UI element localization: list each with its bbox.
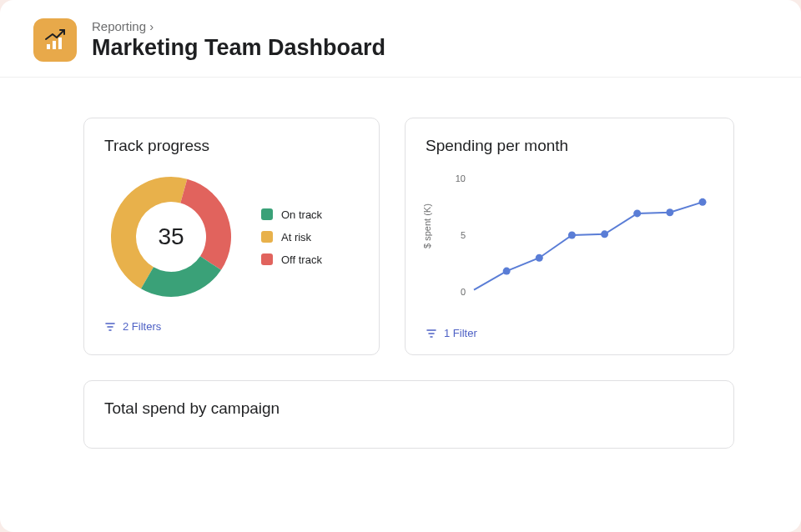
swatch-at-risk <box>261 231 273 243</box>
svg-point-9 <box>699 198 707 206</box>
filter-icon <box>426 328 437 339</box>
svg-point-3 <box>503 268 511 275</box>
legend-label: On track <box>281 208 322 221</box>
svg-point-5 <box>568 232 576 239</box>
filters-label: 2 Filters <box>123 320 161 333</box>
donut-center-value: 35 <box>104 170 238 304</box>
svg-point-6 <box>601 230 608 238</box>
donut-chart: 35 <box>104 170 238 304</box>
legend-item-on-track: On track <box>261 208 322 221</box>
svg-point-7 <box>633 209 641 217</box>
breadcrumb[interactable]: Reporting › <box>92 19 385 33</box>
legend-label: Off track <box>281 253 322 266</box>
card-spending-per-month: Spending per month $ spent (K) 10 5 0 1 … <box>405 118 734 355</box>
card-title: Track progress <box>104 137 359 155</box>
card-title: Spending per month <box>426 137 713 155</box>
svg-rect-2 <box>58 38 62 49</box>
legend-item-off-track: Off track <box>261 253 322 266</box>
app-icon <box>33 18 77 62</box>
svg-point-8 <box>666 208 673 216</box>
svg-rect-0 <box>47 44 50 49</box>
swatch-off-track <box>261 253 273 265</box>
svg-rect-1 <box>53 41 56 49</box>
line-chart: $ spent (K) 10 5 0 <box>426 170 713 317</box>
legend-label: At risk <box>281 231 311 243</box>
filter-icon <box>104 321 116 333</box>
swatch-on-track <box>261 208 273 220</box>
svg-point-4 <box>536 254 543 262</box>
card-track-progress: Track progress 35 On track At risk <box>83 118 380 355</box>
filters-link[interactable]: 2 Filters <box>104 320 359 333</box>
header: Reporting › Marketing Team Dashboard <box>0 0 801 78</box>
filters-label: 1 Filter <box>444 327 477 339</box>
page-title: Marketing Team Dashboard <box>92 35 385 61</box>
filters-link[interactable]: 1 Filter <box>426 327 713 339</box>
card-total-spend: Total spend by campaign <box>83 380 734 449</box>
chart-arrow-icon <box>43 28 68 53</box>
legend: On track At risk Off track <box>261 208 322 266</box>
card-title: Total spend by campaign <box>104 399 713 418</box>
legend-item-at-risk: At risk <box>261 231 322 243</box>
